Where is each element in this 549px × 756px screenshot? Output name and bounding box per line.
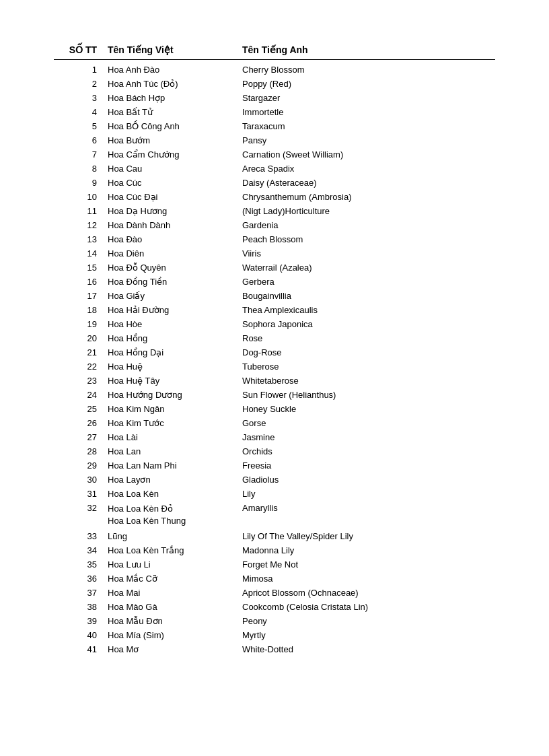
row-number: 24 [54, 390, 108, 400]
row-english: Immortetle [242, 107, 495, 117]
table-row: 37Hoa MaiApricot Blossom (Ochnaceae) [54, 586, 495, 600]
row-english: Gladiolus [242, 475, 495, 485]
row-english: Bougainvillia [242, 291, 495, 301]
table-row: 2Hoa Anh Túc (Đỏ)Poppy (Red) [54, 77, 495, 91]
table-row: 38Hoa Mào GàCookcomb (Celosia Cristata L… [54, 600, 495, 614]
table-row: 12Hoa Dành DànhGardenia [54, 218, 495, 232]
row-number: 38 [54, 602, 108, 612]
header-vietnamese: Tên Tiếng Việt [108, 44, 242, 55]
table-row: 11Hoa Dạ Hương(Nigt Lady)Horticulture [54, 204, 495, 218]
row-number: 14 [54, 248, 108, 259]
row-vietnamese: Hoa Đồng Tiền [108, 277, 242, 287]
table-row: 36Hoa Mắc CỡMimosa [54, 572, 495, 586]
row-vietnamese: Hoa Lan Nam Phi [108, 460, 242, 471]
table-row: 41Hoa MơWhite-Dotted [54, 642, 495, 656]
header-english: Tên Tiếng Anh [242, 44, 495, 55]
row-vietnamese: Hoa Cẩm Chướng [108, 149, 242, 160]
table-row: 17Hoa GiấyBougainvillia [54, 289, 495, 303]
row-vietnamese: Hoa Mắc Cỡ [108, 574, 242, 584]
row-vietnamese: Hoa Hồng [108, 333, 242, 343]
table-row: 16Hoa Đồng TiềnGerbera [54, 275, 495, 289]
row-english: Waterrail (Azalea) [242, 263, 495, 273]
table-row: 21Hoa Hồng DạiDog-Rose [54, 345, 495, 359]
row-vietnamese: Hoa Bướm [108, 135, 242, 145]
row-english: Taraxacum [242, 121, 495, 131]
row-vietnamese: Hoa Diên [108, 248, 242, 259]
row-number: 37 [54, 588, 108, 598]
row-english: Thea Amplexicaulis [242, 305, 495, 315]
table-row: 30Hoa LayơnGladiolus [54, 473, 495, 487]
row-vietnamese: Hoa Dạ Hương [108, 206, 242, 216]
row-vietnamese: Hoa Loa Kèn [108, 489, 242, 499]
row-english: Honey Suckle [242, 404, 495, 414]
row-vietnamese: Hoa Cúc Đại [108, 192, 242, 202]
table-row: 15Hoa Đỗ QuyênWaterrail (Azalea) [54, 261, 495, 275]
row-english: (Nigt Lady)Horticulture [242, 206, 495, 216]
row-english: Sophora Japonica [242, 319, 495, 329]
row-english: Myrtly [242, 630, 495, 640]
row-english: Poppy (Red) [242, 79, 495, 89]
row-english: Chrysanthemum (Ambrosia) [242, 192, 495, 202]
row-vietnamese: Hoa Giấy [108, 291, 242, 301]
row-vietnamese: Hoa Hải Đường [108, 305, 242, 315]
row-english: Dog-Rose [242, 347, 495, 357]
table-row: 34Hoa Loa Kèn TrắngMadonna Lily [54, 543, 495, 557]
row-vietnamese: Hoa BỒ Công Anh [108, 121, 242, 131]
row-number: 17 [54, 291, 108, 301]
table-row: 18Hoa Hải ĐườngThea Amplexicaulis [54, 303, 495, 317]
row-number: 16 [54, 277, 108, 287]
row-number: 4 [54, 107, 108, 117]
row-english: White-Dotted [242, 644, 495, 654]
row-english: Daisy (Asteraceae) [242, 178, 495, 188]
row-english: Tuberose [242, 362, 495, 372]
row-number: 5 [54, 121, 108, 131]
row-vietnamese: Hoa Layơn [108, 475, 242, 485]
row-number: 1 [54, 65, 108, 75]
row-vietnamese: Hoa Cau [108, 164, 242, 174]
table-row: 35Hoa Lưu LiForget Me Not [54, 557, 495, 572]
table-row: 8Hoa CauAreca Spadix [54, 162, 495, 176]
row-vietnamese: Hoa Mía (Sim) [108, 630, 242, 640]
row-english: Amaryllis [242, 503, 495, 513]
table-row: 14Hoa DiênViiris [54, 246, 495, 261]
row-vietnamese: Hoa Hướng Dương [108, 390, 242, 400]
row-vietnamese: Hoa Cúc [108, 178, 242, 188]
row-number: 35 [54, 559, 108, 570]
row-number: 18 [54, 305, 108, 315]
row-vietnamese: Hoa Bách Hợp [108, 93, 242, 103]
row-english: Peony [242, 616, 495, 626]
row-number: 41 [54, 644, 108, 654]
table-row: 27Hoa LàiJasmine [54, 430, 495, 444]
flower-table: SỐ TT Tên Tiếng Việt Tên Tiếng Anh 1Hoa … [54, 40, 495, 656]
row-vietnamese: Hoa Hòe [108, 319, 242, 329]
row-vietnamese: Hoa Anh Đào [108, 65, 242, 75]
row-vietnamese: Hoa Kim Ngân [108, 404, 242, 414]
row-vietnamese: Hoa Huệ [108, 362, 242, 372]
row-number: 10 [54, 192, 108, 202]
table-row: 3Hoa Bách HợpStargazer [54, 91, 495, 105]
row-number: 28 [54, 446, 108, 456]
row-vietnamese: Lũng [108, 531, 242, 541]
row-english: Viiris [242, 248, 495, 259]
row-vietnamese: Hoa Mơ [108, 644, 242, 654]
table-row: 29Hoa Lan Nam PhiFreesia [54, 458, 495, 473]
table-row: 26Hoa Kim TướcGorse [54, 416, 495, 430]
row-vietnamese: Hoa Đỗ Quyên [108, 263, 242, 273]
row-number: 36 [54, 574, 108, 584]
row-english: Sun Flower (Helianthus) [242, 390, 495, 400]
row-english: Jasmine [242, 432, 495, 442]
table-row: 31Hoa Loa KènLily [54, 487, 495, 501]
row-number: 26 [54, 418, 108, 428]
row-number: 39 [54, 616, 108, 626]
row-number: 21 [54, 347, 108, 357]
table-row: 39Hoa Mẫu ĐơnPeony [54, 614, 495, 628]
row-number: 15 [54, 263, 108, 273]
row-english: Madonna Lily [242, 545, 495, 555]
row-english: Areca Spadix [242, 164, 495, 174]
table-row: 9Hoa Cúc Daisy (Asteraceae) [54, 176, 495, 190]
row-number: 11 [54, 206, 108, 216]
row-number: 40 [54, 630, 108, 640]
row-number: 33 [54, 531, 108, 541]
row-number: 31 [54, 489, 108, 499]
row-english: Mimosa [242, 574, 495, 584]
